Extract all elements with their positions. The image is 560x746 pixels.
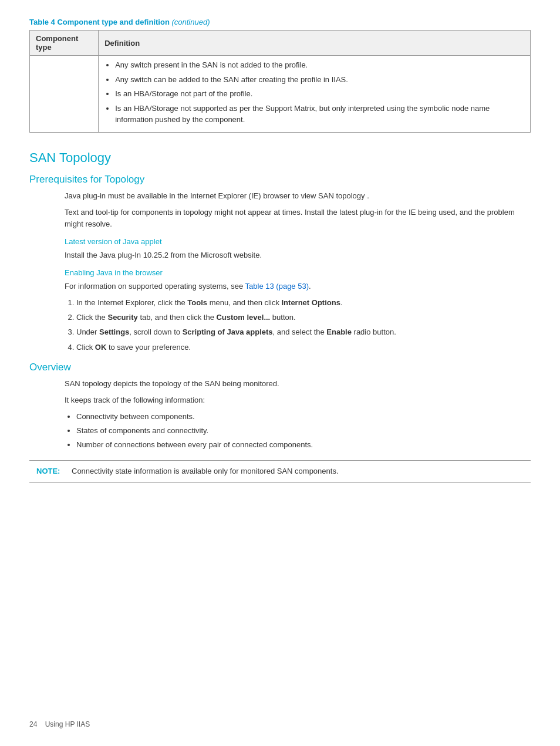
enabling-java-intro-text: For information on supported operating s… (65, 282, 245, 291)
latest-java-text: Install the Java plug-In 10.25.2 from th… (65, 249, 531, 261)
table-row: Any switch present in the SAN is not add… (30, 56, 531, 133)
component-type-table: Component type Definition Any switch pre… (29, 30, 531, 133)
table-title: Table 4 Component type and definition (29, 18, 170, 26)
table-caption: Table 4 Component type and definition (c… (29, 18, 531, 26)
list-item: Any switch present in the SAN is not add… (115, 59, 524, 71)
list-item: Is an HBA/Storage not supported as per t… (115, 103, 524, 126)
table-cell-type (30, 56, 99, 133)
note-text: Connectivity state information is availa… (72, 465, 339, 477)
prerequisites-para1: Java plug-in must be available in the In… (65, 190, 531, 202)
prerequisites-para2: Text and tool-tip for components in topo… (65, 207, 531, 230)
table-cell-definition: Any switch present in the SAN is not add… (99, 56, 531, 133)
list-item: States of components and connectivity. (76, 425, 531, 437)
list-item: Click the Security tab, and then click t… (76, 312, 531, 323)
list-item: Number of connections between every pair… (76, 439, 531, 451)
page-footer: 24 Using HP IIAS (29, 720, 90, 728)
latest-java-title: Latest version of Java applet (65, 237, 531, 246)
overview-para1: SAN topology depicts the topology of the… (65, 378, 531, 390)
overview-para2: It keeps track of the following informat… (65, 394, 531, 406)
table-header-row: Component type Definition (30, 31, 531, 56)
page-number: 24 (29, 720, 37, 728)
list-item: Connectivity between components. (76, 411, 531, 423)
overview-title: Overview (29, 362, 531, 373)
col-component-type: Component type (30, 31, 99, 56)
table-continued: (continued) (171, 18, 210, 26)
overview-bullets: Connectivity between components. States … (76, 411, 531, 451)
steps-list: In the Internet Explorer, click the Tool… (76, 297, 531, 353)
list-item: Any switch can be added to the SAN after… (115, 74, 524, 86)
footer-text: Using HP IIAS (45, 720, 90, 728)
col-definition: Definition (99, 31, 531, 56)
note-box: NOTE: Connectivity state information is … (29, 460, 531, 482)
list-item: In the Internet Explorer, click the Tool… (76, 297, 531, 309)
list-item: Is an HBA/Storage not part of the profil… (115, 88, 524, 100)
list-item: Click OK to save your preference. (76, 342, 531, 353)
prerequisites-title: Prerequisites for Topology (29, 174, 531, 185)
list-item: Under Settings, scroll down to Scripting… (76, 326, 531, 338)
enabling-java-intro: For information on supported operating s… (65, 281, 531, 292)
san-topology-title: SAN Topology (29, 150, 531, 166)
table13-link[interactable]: Table 13 (page 53) (245, 282, 309, 291)
enabling-java-title: Enabling Java in the browser (65, 268, 531, 277)
definition-list: Any switch present in the SAN is not add… (104, 59, 524, 126)
table-caption-area: Table 4 Component type and definition (c… (29, 18, 531, 26)
note-label: NOTE: (36, 465, 66, 477)
